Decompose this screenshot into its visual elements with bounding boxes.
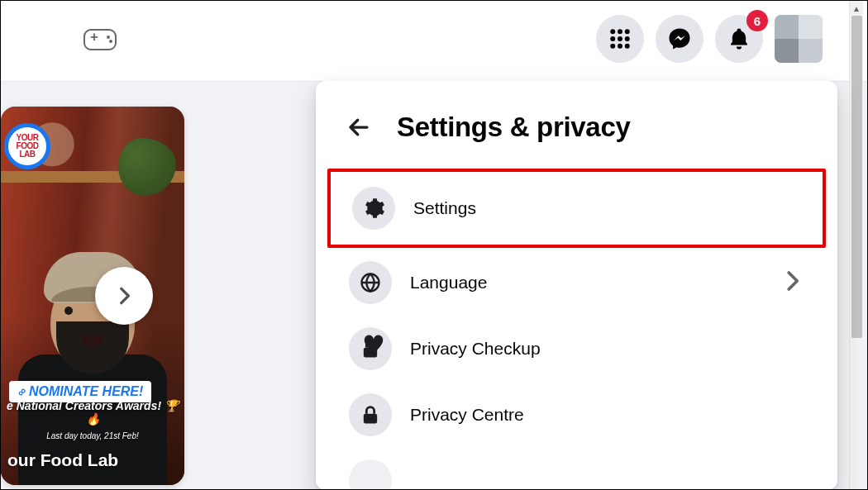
grid-icon [608,26,632,51]
gear-icon [352,187,395,230]
story-next-button[interactable] [95,267,153,325]
back-button[interactable] [341,109,377,145]
svg-point-6 [610,44,615,49]
notifications-button[interactable]: 6 [715,15,763,63]
globe-icon [349,261,392,304]
story-card[interactable]: YOURFOODLAB NOMINATE HERE! e National Cr… [1,107,184,485]
svg-point-2 [625,29,630,34]
panel-header: Settings & privacy [316,81,837,169]
story-title: our Food Lab [1,450,184,470]
notification-badge: 6 [746,10,768,31]
menu-item-more[interactable] [326,450,827,490]
messenger-icon [667,26,692,51]
svg-rect-11 [364,414,377,424]
top-header: 6 [1,1,867,82]
menu-label: Privacy Checkup [410,339,804,359]
lock-icon [349,393,392,436]
profile-avatar[interactable] [775,15,823,63]
header-actions: 6 [596,15,823,63]
gaming-icon[interactable] [83,29,117,50]
bell-icon [727,26,751,51]
svg-point-7 [618,44,622,49]
menu-item-privacy-centre[interactable]: Privacy Centre [326,383,827,446]
svg-point-1 [618,29,622,34]
svg-point-3 [610,36,615,41]
messenger-button[interactable] [656,15,703,63]
menu-label: Privacy Centre [410,405,804,425]
more-icon [349,459,392,490]
svg-point-0 [610,29,615,34]
settings-privacy-panel: Settings & privacy Settings Language Pri… [316,81,837,490]
chevron-right-icon [113,285,135,307]
menu-label: Settings [413,198,801,218]
story-subline: Last day today, 21st Feb! [1,431,184,440]
menu-label: Language [410,273,761,293]
menu-item-settings[interactable]: Settings [327,169,826,248]
scroll-up-arrow[interactable]: ▲ [850,1,863,16]
menu-item-privacy-checkup[interactable]: Privacy Checkup [326,317,827,380]
panel-title: Settings & privacy [397,112,631,143]
arrow-left-icon [346,115,371,140]
story-profile-badge[interactable]: YOURFOODLAB [4,123,50,169]
scrollbar-thumb[interactable] [851,16,862,338]
svg-point-5 [625,36,630,41]
lock-heart-icon [349,327,392,370]
menu-grid-button[interactable] [596,15,644,63]
svg-point-8 [625,44,630,49]
menu-item-language[interactable]: Language [326,251,827,314]
story-award-line: e National Creators Awards! 🏆🔥 [1,399,184,426]
svg-point-4 [618,36,622,41]
scrollbar[interactable]: ▲ [849,1,863,489]
chevron-right-icon [780,269,804,297]
